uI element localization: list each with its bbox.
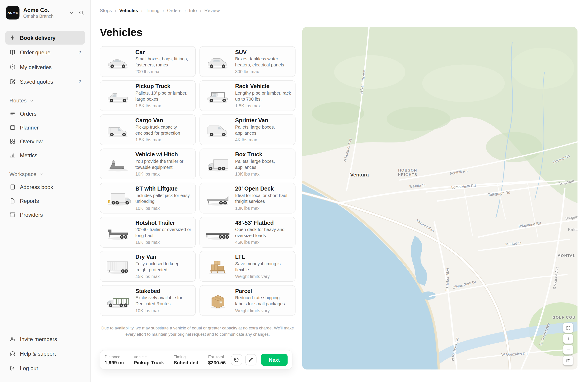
next-button[interactable]: Next [261,354,288,366]
map[interactable]: N Ventura AveN Ventura AveVenturaHOBSON … [302,27,577,369]
logout-icon [9,365,16,371]
sidebar-item-my-deliveries[interactable]: My deliveries [5,60,85,74]
vehicle-description: Includes pallet jack for easy unloading [135,193,192,204]
sidebar-item-reports[interactable]: Reports [5,194,85,208]
map-layers-button[interactable] [563,356,573,365]
sidebar-item-label: Address book [20,184,77,190]
book-icon [9,49,16,56]
sidebar-item-planner[interactable]: Planner [5,120,85,134]
sidebar-item-address-book[interactable]: Address book [5,180,85,194]
vehicle-card-pickup-truck[interactable]: Pickup Truck Pallets, 10' pipe or lumber… [100,80,196,111]
vehicle-card-suv[interactable]: SUV Boxes, tankless water heaters, elect… [199,46,295,77]
sidebar-item-label: Providers [20,212,77,218]
breadcrumb-item-review[interactable]: Review [204,8,220,13]
sidebar-section-workspace[interactable]: Workspace [5,171,85,177]
map-zoom-out-button[interactable] [563,345,573,355]
disclaimer-text: Due to availability, we may substitute a… [100,325,295,337]
vehicle-card-dry-van[interactable]: Dry Van Fully enclosed to keep freight p… [100,251,196,282]
sidebar-item-order-queue[interactable]: Order queue 2 [5,45,85,59]
summary-field-label: Est. total [208,354,226,359]
sidebar-item-overview[interactable]: Overview [5,134,85,148]
vehicle-card-sprinter-van[interactable]: Sprinter Van Pallets, large boxes, appli… [199,114,295,145]
vehicle-card-box-truck[interactable]: Box Truck Pallets, large boxes, applianc… [199,149,295,179]
org-text: Acme Co. Omaha Branch [23,7,65,19]
sidebar-item-log-out[interactable]: Log out [5,361,85,375]
sidebar-item-invite-members[interactable]: Invite members [5,332,85,346]
sprinter-van-vehicle-icon [201,121,234,139]
map-zoom-in-button[interactable] [563,334,573,344]
archive-icon [9,212,16,218]
vehicle-description: Open deck for heavy and oversized loads [235,227,292,239]
undo-button[interactable] [231,354,242,365]
vehicle-text: BT with Liftgate Includes pallet jack fo… [135,185,192,211]
stakebed-vehicle-icon [102,292,135,309]
edit-button[interactable] [245,354,256,365]
summary-field-value: Pickup Truck [134,360,164,365]
sidebar-item-saved-quotes[interactable]: Saved quotes 2 [5,75,85,88]
org-logo-text: ACME [7,11,18,15]
vehicle-description: Pallets, large boxes, appliances [235,125,292,136]
sidebar-item-providers[interactable]: Providers [5,208,85,222]
breadcrumb-item-info[interactable]: Info [189,8,197,13]
vehicle-card-rack-vehicle[interactable]: Rack Vehicle Lengthy pipe or lumber, rac… [199,80,295,111]
vehicle-card-stakebed[interactable]: Stakebed Exclusively available for Dedic… [100,285,196,316]
vehicle-description: Ideal for local or short haul freight se… [235,193,292,204]
vehicle-card-bt-with-liftgate[interactable]: BT with Liftgate Includes pallet jack fo… [100,183,196,213]
map-expand-button[interactable] [563,323,573,333]
sidebar-item-label: My deliveries [20,64,77,70]
sidebar-item-label: Overview [20,138,77,144]
vehicle-max-weight: 10K lbs max [235,171,292,177]
org-switcher[interactable]: ACME Acme Co. Omaha Branch [5,5,85,22]
vehicle-max-weight: 16K lbs max [135,240,192,245]
vehicle-card-48-53-flatbed[interactable]: 48'-53' Flatbed Open deck for heavy and … [199,217,295,248]
vehicle-text: 20' Open Deck Ideal for local or short h… [235,185,292,211]
vehicle-text: Sprinter Van Pallets, large boxes, appli… [235,117,292,143]
vehicle-card-ltl[interactable]: LTL Save money if timing is flexible Wei… [199,251,295,282]
summary-field-timing: Timing Scheduled [174,354,198,365]
vehicle-card-cargo-van[interactable]: Cargo Van Pickup truck capacity enclosed… [100,114,196,145]
vehicle-description: Lengthy pipe or lumber, rack up to 700 l… [235,90,292,102]
headset-icon [9,350,16,357]
org-branch: Omaha Branch [23,13,65,19]
breadcrumb-separator: › [200,8,201,13]
rack-vehicle-vehicle-icon [201,87,234,105]
vehicle-card-hotshot-trailer[interactable]: Hotshot Trailer 20'-40' trailer or overs… [100,217,196,248]
vehicle-text: Pickup Truck Pallets, 10' pipe or lumber… [135,83,192,108]
breadcrumb-item-orders[interactable]: Orders [167,8,181,13]
vehicle-card-car[interactable]: Car Small boxes, bags, fittings, fastene… [100,46,196,77]
vehicle-max-weight: 10K lbs max [135,171,192,177]
grid-icon [9,138,16,145]
dry-van-vehicle-icon [102,257,135,275]
sidebar-section-routes[interactable]: Routes [5,98,85,104]
sidebar-item-metrics[interactable]: Metrics [5,148,85,162]
sidebar-item-label: Orders [20,110,77,117]
vehicle-max-weight: 800 lbs max [235,69,292,74]
breadcrumb-separator: › [163,8,164,13]
vehicle-w-hitch-vehicle-icon [102,155,135,173]
chart-icon [9,152,16,158]
vehicle-name: LTL [235,254,292,260]
vehicle-name: Parcel [235,288,292,294]
summary-field-label: Distance [105,354,124,359]
sidebar-item-help-support[interactable]: Help & support [5,347,85,361]
vehicle-name: 48'-53' Flatbed [235,219,292,226]
breadcrumb-item-vehicles[interactable]: Vehicles [119,8,138,13]
sidebar-item-book-delivery[interactable]: Book delivery [5,31,85,45]
sidebar-item-label: Metrics [20,152,77,158]
sidebar-spacer [5,222,85,332]
vehicle-card-vehicle-w-hitch[interactable]: Vehicle w/ Hitch You provide the trailer… [100,149,196,179]
vehicle-card-parcel[interactable]: Parcel Reduced-rate shipping labels for … [199,285,295,316]
search-icon[interactable] [79,10,84,16]
chevron-down-icon[interactable] [69,10,75,16]
vehicle-name: Sprinter Van [235,117,292,124]
breadcrumb-item-stops[interactable]: Stops [100,8,112,13]
vehicle-description: Pallets, large boxes, appliances [235,159,292,170]
sidebar-nav-sections: Routes Orders Planner Overview Metrics W… [5,88,85,222]
vehicle-max-weight: 10K lbs max [135,308,192,313]
vehicle-text: SUV Boxes, tankless water heaters, elect… [235,49,292,74]
sidebar-item-orders[interactable]: Orders [5,106,85,120]
breadcrumb-item-timing[interactable]: Timing [146,8,159,13]
vehicle-card-20-open-deck[interactable]: 20' Open Deck Ideal for local or short h… [199,183,295,213]
map-canvas[interactable] [302,27,577,369]
sidebar-item-label: Book delivery [20,35,77,41]
